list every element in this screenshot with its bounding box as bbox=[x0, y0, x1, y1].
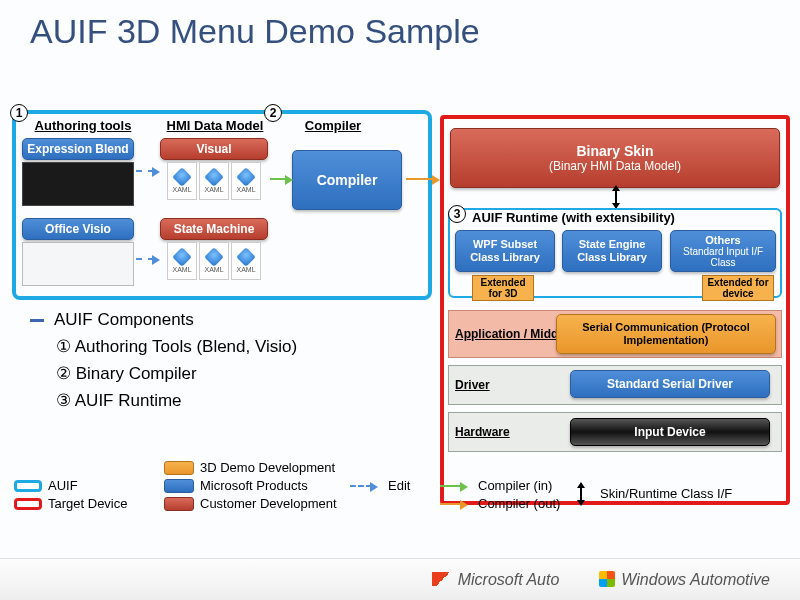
arrow-edit-2 bbox=[136, 258, 154, 260]
xaml-label: XAML bbox=[236, 186, 255, 193]
legend-label: Edit bbox=[388, 478, 410, 493]
skin-runtime-arrow bbox=[615, 190, 617, 204]
slide-title: AUIF 3D Menu Demo Sample bbox=[30, 12, 480, 51]
legend-edit: Edit bbox=[350, 478, 410, 493]
others-sub: Standard Input I/F Class bbox=[671, 246, 775, 268]
ms-auto-logo: Microsoft Auto bbox=[432, 571, 560, 589]
legend-target-device: Target Device bbox=[14, 496, 127, 511]
serial-comm-box: Serial Communication (Protocol Implement… bbox=[556, 314, 776, 354]
driver-label: Driver bbox=[455, 378, 490, 392]
auif-runtime-label: AUIF Runtime (with extensibility) bbox=[472, 210, 675, 225]
legend-ms-products: Microsoft Products bbox=[164, 478, 308, 493]
blend-screenshot bbox=[22, 162, 134, 206]
col-authoring-tools: Authoring tools bbox=[28, 118, 138, 133]
binary-skin-sub: (Binary HMI Data Model) bbox=[549, 159, 681, 173]
legend-skin-runtime-if: Skin/Runtime Class I/F bbox=[580, 486, 732, 501]
expression-blend-box: Expression Blend bbox=[22, 138, 134, 160]
col-hmi-data-model: HMI Data Model bbox=[160, 118, 270, 133]
legend-compiler-in: Compiler (in) bbox=[440, 478, 552, 493]
col-compiler: Compiler bbox=[288, 118, 378, 133]
others-box: Others Standard Input I/F Class bbox=[670, 230, 776, 272]
legend-label: Target Device bbox=[48, 496, 127, 511]
hardware-label: Hardware bbox=[455, 425, 510, 439]
arrow-compiler-out bbox=[406, 178, 434, 180]
xaml-label: XAML bbox=[204, 266, 223, 273]
state-machine-box: State Machine bbox=[160, 218, 268, 240]
others-title: Others bbox=[705, 234, 740, 246]
xaml-label: XAML bbox=[172, 266, 191, 273]
legend-3d-demo: 3D Demo Development bbox=[164, 460, 335, 475]
windows-automotive-logo: Windows Automotive bbox=[599, 571, 770, 589]
compiler-box: Compiler bbox=[292, 150, 402, 210]
binary-skin-title: Binary Skin bbox=[576, 143, 653, 159]
xaml-tiles-state: XAML XAML XAML bbox=[164, 242, 264, 280]
xaml-label: XAML bbox=[172, 186, 191, 193]
bullet-head: AUIF Components bbox=[30, 310, 297, 330]
legend-label: Compiler (in) bbox=[478, 478, 552, 493]
legend-customer-dev: Customer Development bbox=[164, 496, 337, 511]
input-device-box: Input Device bbox=[570, 418, 770, 446]
slide: { "title": "AUIF 3D Menu Demo Sample", "… bbox=[0, 0, 800, 600]
legend-label: Microsoft Products bbox=[200, 478, 308, 493]
xaml-label: XAML bbox=[204, 186, 223, 193]
marker-1: 1 bbox=[10, 104, 28, 122]
legend-auif: AUIF bbox=[14, 478, 78, 493]
arrow-edit-1 bbox=[136, 170, 154, 172]
office-visio-box: Office Visio bbox=[22, 218, 134, 240]
bullet-2: ② Binary Compiler bbox=[30, 363, 297, 384]
legend-label: Customer Development bbox=[200, 496, 337, 511]
extended-for-device-tag: Extended for device bbox=[702, 275, 774, 301]
wpf-subset-box: WPF Subset Class Library bbox=[455, 230, 555, 272]
state-engine-box: State Engine Class Library bbox=[562, 230, 662, 272]
binary-skin-box: Binary Skin (Binary HMI Data Model) bbox=[450, 128, 780, 188]
arrow-compiler-in bbox=[270, 178, 287, 180]
legend-label: Skin/Runtime Class I/F bbox=[600, 486, 732, 501]
footer: Microsoft Auto Windows Automotive bbox=[0, 558, 800, 600]
extended-for-3d-tag: Extended for 3D bbox=[472, 275, 534, 301]
marker-2: 2 bbox=[264, 104, 282, 122]
standard-serial-driver-box: Standard Serial Driver bbox=[570, 370, 770, 398]
legend-compiler-out: Compiler (out) bbox=[440, 496, 560, 511]
legend-label: 3D Demo Development bbox=[200, 460, 335, 475]
visual-box: Visual bbox=[160, 138, 268, 160]
bullet-1: ① Authoring Tools (Blend, Visio) bbox=[30, 336, 297, 357]
bullet-list: AUIF Components ① Authoring Tools (Blend… bbox=[30, 310, 297, 417]
legend-label: Compiler (out) bbox=[478, 496, 560, 511]
xaml-tiles-visual: XAML XAML XAML bbox=[164, 162, 264, 200]
marker-3: 3 bbox=[448, 205, 466, 223]
visio-screenshot bbox=[22, 242, 134, 286]
bullet-3: ③ AUIF Runtime bbox=[30, 390, 297, 411]
xaml-label: XAML bbox=[236, 266, 255, 273]
legend-label: AUIF bbox=[48, 478, 78, 493]
